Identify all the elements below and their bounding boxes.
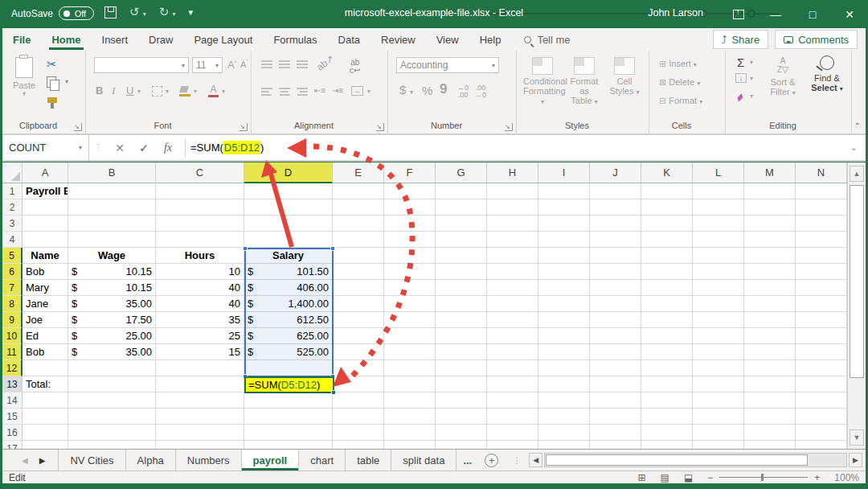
cell-J6[interactable] — [590, 264, 641, 280]
cell-J4[interactable] — [590, 232, 641, 248]
row-header-17[interactable]: 17 — [2, 441, 23, 449]
cell-G16[interactable] — [436, 425, 487, 441]
cell-H13[interactable] — [487, 376, 538, 392]
cell-I9[interactable] — [538, 312, 590, 328]
cell-G8[interactable] — [436, 296, 487, 312]
delete-cells-button[interactable]: ⊠ Delete ▾ — [659, 77, 700, 88]
cell-C6[interactable]: 10 — [156, 264, 244, 280]
format-painter-icon[interactable] — [47, 97, 57, 109]
cell-M8[interactable] — [744, 296, 796, 312]
cell-M16[interactable] — [744, 425, 796, 441]
cell-D9[interactable]: $612.50 — [244, 312, 333, 328]
fill-icon[interactable]: ↓ — [735, 73, 747, 83]
cell-F15[interactable] — [384, 409, 436, 425]
cell-M6[interactable] — [744, 264, 796, 280]
cell-A3[interactable] — [23, 216, 68, 232]
column-header-A[interactable]: A — [23, 162, 68, 183]
cell-M13[interactable] — [744, 376, 796, 392]
cell-C16[interactable] — [156, 425, 244, 441]
collapse-ribbon-icon[interactable]: ⌃ — [854, 121, 861, 130]
page-layout-view-icon[interactable]: ▤ — [661, 472, 669, 483]
cell-L16[interactable] — [693, 425, 744, 441]
column-header-G[interactable]: G — [436, 162, 487, 183]
cell-D11[interactable]: $525.00 — [244, 344, 333, 360]
cell-C12[interactable] — [156, 360, 244, 376]
cell-I17[interactable] — [538, 441, 590, 449]
ribbon-tab-draw[interactable]: Draw — [138, 28, 183, 51]
cell-E6[interactable] — [333, 264, 384, 280]
cell-D12[interactable] — [244, 360, 333, 376]
cell-B15[interactable] — [68, 409, 156, 425]
scroll-up-icon[interactable]: ▲ — [850, 166, 864, 182]
cell-J7[interactable] — [590, 280, 641, 296]
cell-I8[interactable] — [538, 296, 590, 312]
cell-L5[interactable] — [693, 248, 744, 264]
cell-C15[interactable] — [156, 409, 244, 425]
cell-I4[interactable] — [538, 232, 590, 248]
cell-N14[interactable] — [796, 392, 847, 409]
cell-G11[interactable] — [436, 344, 487, 360]
cell-G6[interactable] — [436, 264, 487, 280]
zoom-slider-thumb[interactable] — [761, 474, 764, 481]
cell-N5[interactable] — [796, 248, 847, 264]
row-header-9[interactable]: 9 — [2, 312, 23, 328]
cell-L11[interactable] — [693, 344, 744, 360]
align-left-icon[interactable] — [261, 88, 272, 97]
cell-K17[interactable] — [641, 441, 693, 449]
cell-B9[interactable]: $17.50 — [68, 312, 156, 328]
cell-I12[interactable] — [538, 360, 590, 376]
cell-D5[interactable]: Salary — [244, 248, 333, 264]
cell-N9[interactable] — [796, 312, 847, 328]
horizontal-scrollbar[interactable]: ◀ ▶ — [529, 450, 866, 471]
cell-J3[interactable] — [590, 216, 641, 232]
font-name-combo[interactable]: ▾ — [94, 57, 189, 73]
find-select-button[interactable]: Find &Select ▾ — [806, 55, 848, 92]
cell-C11[interactable]: 15 — [156, 344, 244, 360]
normal-view-icon[interactable]: ⊞ — [638, 472, 646, 483]
cell-H8[interactable] — [487, 296, 538, 312]
cell-M10[interactable] — [744, 328, 796, 344]
cell-N7[interactable] — [796, 280, 847, 296]
cell-N11[interactable] — [796, 344, 847, 360]
cell-F6[interactable] — [384, 264, 436, 280]
cell-E3[interactable] — [333, 216, 384, 232]
cell-J13[interactable] — [590, 376, 641, 392]
cell-F9[interactable] — [384, 312, 436, 328]
cell-I10[interactable] — [538, 328, 590, 344]
column-header-J[interactable]: J — [590, 162, 641, 183]
sheet-tab-nv-cities[interactable]: NV Cities — [58, 450, 125, 471]
cell-E17[interactable] — [333, 441, 384, 449]
close-button[interactable]: ✕ — [831, 0, 868, 28]
cell-J15[interactable] — [590, 409, 641, 425]
cell-G17[interactable] — [436, 441, 487, 449]
cell-N13[interactable] — [796, 376, 847, 392]
cell-M14[interactable] — [744, 392, 796, 409]
ribbon-tab-file[interactable]: File — [2, 28, 41, 51]
underline-button[interactable]: U — [126, 84, 133, 97]
ribbon-tab-data[interactable]: Data — [328, 28, 371, 51]
cell-K15[interactable] — [641, 409, 693, 425]
cell-F2[interactable] — [384, 199, 436, 216]
cell-F13[interactable] — [384, 376, 436, 392]
top-align-icon[interactable] — [261, 60, 272, 69]
sheet-tab-chart[interactable]: chart — [299, 450, 346, 471]
decrease-decimal-icon[interactable]: .00→0 — [475, 84, 486, 99]
cell-G1[interactable] — [436, 183, 487, 199]
prev-sheet-icon[interactable]: ◀ — [22, 456, 28, 465]
cell-E5[interactable] — [333, 248, 384, 264]
merge-dropdown-icon[interactable]: ▾ — [367, 88, 371, 95]
cell-F4[interactable] — [384, 232, 436, 248]
cell-C17[interactable] — [156, 441, 244, 449]
column-header-L[interactable]: L — [693, 162, 744, 183]
cell-K14[interactable] — [641, 392, 693, 409]
column-header-K[interactable]: K — [641, 162, 693, 183]
cell-L15[interactable] — [693, 409, 744, 425]
cell-N6[interactable] — [796, 264, 847, 280]
cell-L6[interactable] — [693, 264, 744, 280]
cell-B4[interactable] — [68, 232, 156, 248]
cell-F1[interactable] — [384, 183, 436, 199]
cell-A4[interactable] — [23, 232, 68, 248]
ribbon-display-options-button[interactable] — [720, 0, 757, 28]
cell-B13[interactable] — [68, 376, 156, 392]
cell-D8[interactable]: $1,400.00 — [244, 296, 333, 312]
